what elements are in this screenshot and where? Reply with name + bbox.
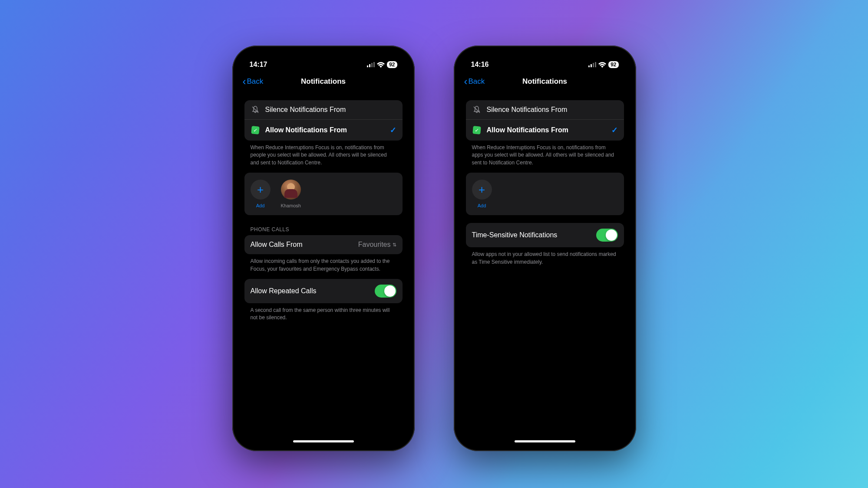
allow-calls-label: Allow Calls From <box>251 241 353 249</box>
allow-calls-footer: Allow incoming calls from only the conta… <box>244 254 403 273</box>
silence-label: Silence Notifications From <box>265 106 396 114</box>
nav-bar: ‹ Back Notifications <box>238 72 409 92</box>
repeated-calls-row: Allow Repeated Calls <box>244 279 403 303</box>
allow-label: Allow Notifications From <box>487 126 606 134</box>
allow-option[interactable]: ✓ Allow Notifications From ✓ <box>244 120 403 141</box>
time-sensitive-row: Time-Sensitive Notifications <box>466 223 624 247</box>
phone-left: 14:17 92 ‹ Back Notifications <box>232 46 415 451</box>
repeated-calls-label: Allow Repeated Calls <box>251 287 370 295</box>
page-title: Notifications <box>301 77 346 86</box>
dynamic-island <box>297 57 350 72</box>
nav-bar: ‹ Back Notifications <box>459 72 631 92</box>
svg-rect-6 <box>591 64 592 67</box>
svg-line-9 <box>474 107 480 113</box>
wifi-icon <box>598 62 606 68</box>
repeated-calls-group: Allow Repeated Calls <box>244 279 403 303</box>
checkmark-icon: ✓ <box>611 125 618 135</box>
svg-rect-0 <box>367 66 368 67</box>
notification-mode-group: Silence Notifications From ✓ Allow Notif… <box>466 100 624 141</box>
person-name: Khamosh <box>281 203 301 208</box>
time-sensitive-label: Time-Sensitive Notifications <box>472 231 591 239</box>
phone-calls-header: PHONE CALLS <box>244 215 403 235</box>
page-title: Notifications <box>522 77 567 86</box>
allow-label: Allow Notifications From <box>265 126 385 134</box>
cellular-icon <box>588 62 596 67</box>
battery-icon: 92 <box>387 61 397 68</box>
allow-option[interactable]: ✓ Allow Notifications From ✓ <box>466 120 624 141</box>
status-right: 92 <box>588 61 618 68</box>
plus-icon: + <box>472 180 492 200</box>
plus-icon: + <box>251 180 271 200</box>
allow-calls-from-row[interactable]: Allow Calls From Favourites ⇅ <box>244 235 403 254</box>
svg-rect-7 <box>593 63 594 67</box>
silence-option[interactable]: Silence Notifications From <box>244 100 403 120</box>
repeated-calls-footer: A second call from the same person withi… <box>244 303 403 322</box>
checkmark-icon: ✓ <box>390 125 396 135</box>
updown-icon: ⇅ <box>393 242 396 248</box>
allow-calls-value: Favourites ⇅ <box>358 241 396 249</box>
svg-rect-1 <box>369 64 370 67</box>
wifi-icon <box>377 62 385 68</box>
screen-right: 14:16 92 ‹ Back Notifications <box>459 51 631 446</box>
allowed-apps-box: + Add <box>466 173 624 215</box>
home-indicator[interactable] <box>515 440 575 442</box>
phone-right: 14:16 92 ‹ Back Notifications <box>454 46 636 451</box>
status-time: 14:17 <box>250 61 267 69</box>
back-label: Back <box>469 77 485 86</box>
add-label: Add <box>478 203 486 208</box>
chevron-left-icon: ‹ <box>464 76 468 87</box>
svg-rect-5 <box>588 66 590 67</box>
status-right: 92 <box>367 61 397 68</box>
allow-footer-text: When Reduce Interruptions Focus is on, n… <box>244 141 403 167</box>
add-label: Add <box>256 203 265 208</box>
content-area: Silence Notifications From ✓ Allow Notif… <box>459 100 631 266</box>
dynamic-island <box>519 57 571 72</box>
svg-line-4 <box>252 107 258 113</box>
home-indicator[interactable] <box>293 440 354 442</box>
badge-check-icon: ✓ <box>472 126 482 134</box>
chevron-left-icon: ‹ <box>243 76 246 87</box>
status-time: 14:16 <box>471 61 489 69</box>
back-button[interactable]: ‹ Back <box>243 76 264 87</box>
silence-label: Silence Notifications From <box>487 106 618 114</box>
badge-check-icon: ✓ <box>251 126 260 134</box>
notification-mode-group: Silence Notifications From ✓ Allow Notif… <box>244 100 403 141</box>
battery-icon: 92 <box>608 61 618 68</box>
repeated-calls-toggle[interactable] <box>375 285 396 298</box>
cellular-icon <box>367 62 375 67</box>
add-app-button[interactable]: + Add <box>472 180 492 208</box>
allowed-person[interactable]: Khamosh <box>281 180 301 208</box>
time-sensitive-toggle[interactable] <box>596 229 618 242</box>
allow-footer-text: When Reduce Interruptions Focus is on, n… <box>466 141 624 167</box>
silence-option[interactable]: Silence Notifications From <box>466 100 624 120</box>
allowed-people-box: + Add Khamosh <box>244 173 403 215</box>
screen-left: 14:17 92 ‹ Back Notifications <box>238 51 409 446</box>
svg-rect-2 <box>371 63 373 67</box>
svg-rect-8 <box>595 62 596 67</box>
back-label: Back <box>247 77 264 86</box>
svg-rect-3 <box>373 62 375 67</box>
back-button[interactable]: ‹ Back <box>464 76 485 87</box>
avatar-icon <box>281 180 301 200</box>
bell-slash-icon <box>251 106 260 114</box>
time-sensitive-footer: Allow apps not in your allowed list to s… <box>466 247 624 266</box>
add-person-button[interactable]: + Add <box>251 180 271 208</box>
content-area: Silence Notifications From ✓ Allow Notif… <box>238 100 409 322</box>
time-sensitive-group: Time-Sensitive Notifications <box>466 223 624 247</box>
allow-calls-group: Allow Calls From Favourites ⇅ <box>244 235 403 254</box>
bell-slash-icon <box>472 106 482 114</box>
